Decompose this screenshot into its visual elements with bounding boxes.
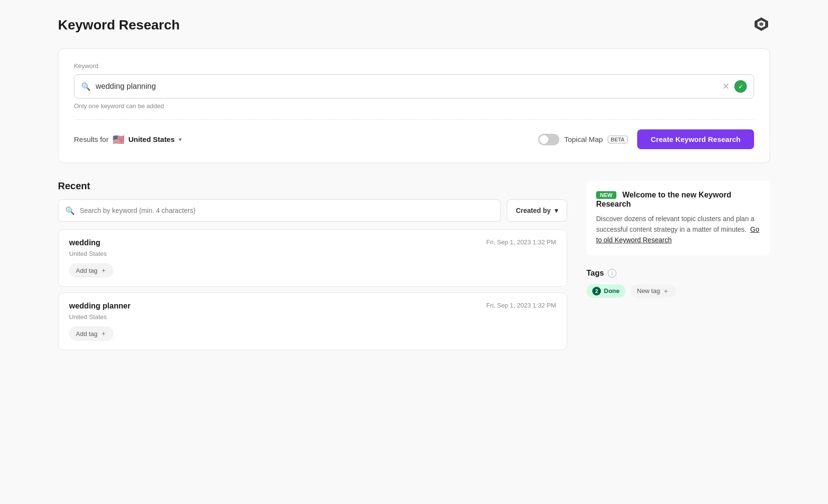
keyword-label: Keyword xyxy=(74,62,754,70)
keyword-item-header: wedding Fri, Sep 1, 2023 1:32 PM xyxy=(69,238,556,247)
promo-heading: Welcome to the new Keyword Research xyxy=(596,191,731,208)
topical-map-toggle[interactable] xyxy=(538,134,559,145)
tag-pill: 2 Done xyxy=(586,284,626,298)
tags-header: Tags i xyxy=(586,269,770,278)
search-filter-row: 🔍 Created by ▾ xyxy=(58,199,567,222)
add-tag-button[interactable]: Add tag ＋ xyxy=(69,263,114,278)
country-flag: 🇺🇸 xyxy=(113,134,125,145)
filter-search-icon: 🔍 xyxy=(65,206,75,215)
page-title: Keyword Research xyxy=(58,17,180,33)
keyword-input-wrapper: 🔍 ✕ ✓ xyxy=(74,74,754,98)
tag-count: 2 xyxy=(592,287,601,295)
add-tag-button[interactable]: Add tag ＋ xyxy=(69,326,114,341)
topical-map-group: Topical Map BETA xyxy=(538,134,628,145)
topical-map-label: Topical Map xyxy=(564,135,603,143)
tags-info-icon[interactable]: i xyxy=(608,269,616,278)
chevron-down-icon[interactable]: ▾ xyxy=(179,136,182,143)
keyword-item-date: Fri, Sep 1, 2023 1:32 PM xyxy=(486,302,556,309)
right-controls: Topical Map BETA Create Keyword Research xyxy=(538,129,754,149)
left-column: Recent 🔍 Created by ▾ wedding Fri, Sep 1… xyxy=(58,181,567,356)
keyword-hint: Only one keyword can be added xyxy=(74,102,754,110)
created-by-chevron-icon: ▾ xyxy=(555,207,558,214)
created-by-label: Created by xyxy=(516,207,551,214)
add-tag-label: Add tag xyxy=(76,267,98,274)
recent-title: Recent xyxy=(58,181,567,192)
add-tag-label: Add tag xyxy=(76,330,98,337)
divider xyxy=(74,119,754,120)
country-name: United States xyxy=(128,135,175,143)
confirm-icon[interactable]: ✓ xyxy=(734,80,747,93)
add-tag-plus-icon: ＋ xyxy=(100,329,107,338)
search-card: Keyword 🔍 ✕ ✓ Only one keyword can be ad… xyxy=(58,48,770,163)
keyword-item-country: United States xyxy=(69,250,556,257)
main-content: Recent 🔍 Created by ▾ wedding Fri, Sep 1… xyxy=(58,181,770,356)
page-header: Keyword Research xyxy=(58,15,770,35)
tag-label: Done xyxy=(604,287,620,294)
clear-icon[interactable]: ✕ xyxy=(722,81,729,92)
filter-search-input[interactable] xyxy=(80,207,494,214)
created-by-button[interactable]: Created by ▾ xyxy=(507,199,567,222)
keyword-item-date: Fri, Sep 1, 2023 1:32 PM xyxy=(486,238,556,246)
tags-row: 2 Done New tag ＋ xyxy=(586,284,770,298)
list-item: wedding planner Fri, Sep 1, 2023 1:32 PM… xyxy=(58,293,567,350)
create-keyword-research-button[interactable]: Create Keyword Research xyxy=(637,129,754,149)
results-row: Results for 🇺🇸 United States ▾ Topical M… xyxy=(74,129,754,149)
logo-icon xyxy=(753,15,770,35)
beta-badge: BETA xyxy=(608,136,628,143)
right-column: NEW Welcome to the new Keyword Research … xyxy=(586,181,770,300)
new-tag-button[interactable]: New tag ＋ xyxy=(630,284,676,298)
search-filter-wrapper: 🔍 xyxy=(58,199,501,222)
promo-banner: NEW Welcome to the new Keyword Research … xyxy=(586,181,770,255)
results-for-label: Results for xyxy=(74,135,109,143)
keyword-item-name: wedding xyxy=(69,238,100,247)
keyword-item-country: United States xyxy=(69,313,556,321)
keyword-input[interactable] xyxy=(96,82,722,91)
keyword-item-name: wedding planner xyxy=(69,302,130,310)
list-item: wedding Fri, Sep 1, 2023 1:32 PM United … xyxy=(58,229,567,287)
add-tag-plus-icon: ＋ xyxy=(100,266,107,275)
new-badge: NEW xyxy=(596,191,616,199)
tags-title: Tags xyxy=(586,269,604,278)
new-tag-label: New tag xyxy=(637,287,660,294)
tags-section: Tags i 2 Done New tag ＋ xyxy=(586,267,770,300)
search-icon: 🔍 xyxy=(81,82,91,91)
results-for: Results for 🇺🇸 United States ▾ xyxy=(74,134,182,145)
promo-body: Discover dozens of relevant topic cluste… xyxy=(596,213,760,246)
keyword-item-header: wedding planner Fri, Sep 1, 2023 1:32 PM xyxy=(69,302,556,310)
new-tag-plus-icon: ＋ xyxy=(663,287,669,295)
